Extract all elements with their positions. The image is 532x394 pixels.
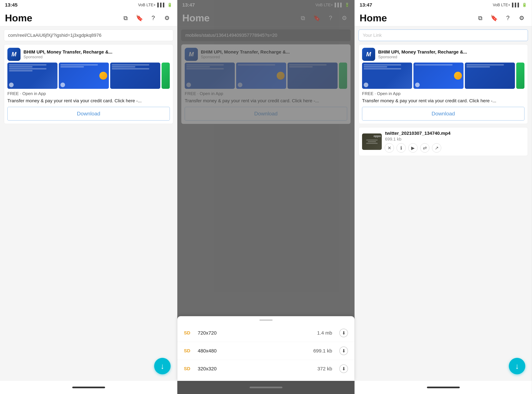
nav-indicator-right xyxy=(427,387,460,388)
sd-badge-0: SD xyxy=(184,330,194,336)
copy-icon-left[interactable]: ⧉ xyxy=(120,13,131,23)
ad-images-right xyxy=(362,62,524,89)
ad-avatar-1 xyxy=(9,83,14,87)
ad-header-right: M BHIM UPI, Money Transfer, Recharge &..… xyxy=(359,45,528,62)
voip-icon: VoB LTE+ xyxy=(138,3,156,7)
page-title-left: Home xyxy=(5,12,32,24)
quality-res-1: 480x480 xyxy=(198,348,309,354)
logo-text-left: M xyxy=(11,51,16,58)
download-icon-0[interactable]: ⬇ xyxy=(339,329,348,337)
close-action-btn[interactable]: ✕ xyxy=(385,143,394,152)
download-icon-1[interactable]: ⬇ xyxy=(339,347,348,355)
play-action-btn[interactable]: ▶ xyxy=(408,143,417,152)
fab-left[interactable]: ↓ xyxy=(154,358,171,374)
ad-image-1-right xyxy=(362,62,412,89)
ad-image-4-right xyxy=(516,62,524,89)
settings-icon-right[interactable]: ⚙ xyxy=(516,13,527,23)
header-left: Home ⧉ 🔖 ? ⚙ xyxy=(0,10,177,26)
quality-row-1[interactable]: SD 480x480 699.1 kb ⬇ xyxy=(177,342,355,360)
download-icon-2[interactable]: ⬇ xyxy=(339,364,348,373)
ad-free-label-right: FREE · Open in App xyxy=(359,91,528,98)
quality-res-0: 720x720 xyxy=(198,330,313,336)
ad-info-left: BHIM UPI, Money Transfer, Recharge &... … xyxy=(23,49,112,59)
quality-size-2: 372 kb xyxy=(317,366,332,372)
file-actions: ✕ ℹ ▶ ⇄ ↗ xyxy=(385,143,524,152)
status-icons-right: VoB LTE+ ▌▌▌ 🔋 xyxy=(493,3,527,7)
file-card-right: oppo twitter_20210307_134740.mp4 699.1 k… xyxy=(359,127,528,156)
voip-icon-right: VoB LTE+ xyxy=(493,3,510,7)
help-icon-left[interactable]: ? xyxy=(148,13,158,23)
bottom-sheet-middle: SD 720x720 1.4 mb ⬇ SD 480x480 699.1 kb … xyxy=(177,316,355,381)
quality-row-0[interactable]: SD 720x720 1.4 mb ⬇ xyxy=(177,324,355,342)
panel-left: 13:45 VoB LTE+ ▌▌▌ 🔋 Home ⧉ 🔖 ? ⚙ com/re… xyxy=(0,0,177,394)
status-bar-right: 13:47 VoB LTE+ ▌▌▌ 🔋 xyxy=(355,0,532,10)
download-button-left[interactable]: Download xyxy=(7,107,170,120)
url-bar-right[interactable]: Your Link xyxy=(359,30,528,41)
oppo-label: oppo xyxy=(374,135,381,138)
file-name: twitter_20210307_134740.mp4 xyxy=(385,131,524,136)
ad-avatar-r2 xyxy=(415,83,420,87)
ad-coin-r xyxy=(454,72,462,80)
info-action-btn[interactable]: ℹ xyxy=(396,143,406,152)
quality-size-0: 1.4 mb xyxy=(317,330,332,336)
ad-description-right: Transfer money & pay your rent via your … xyxy=(359,98,528,107)
fab-right[interactable]: ↓ xyxy=(509,358,525,374)
nav-indicator-left xyxy=(72,387,105,388)
share-action-btn[interactable]: ⇄ xyxy=(420,143,429,152)
file-info: twitter_20210307_134740.mp4 699.1 kb ✕ ℹ… xyxy=(385,131,524,152)
open-action-btn[interactable]: ↗ xyxy=(432,143,441,152)
header-icons-left: ⧉ 🔖 ? ⚙ xyxy=(120,13,172,23)
sd-badge-1: SD xyxy=(184,348,194,353)
header-right: Home ⧉ 🔖 ? ⚙ xyxy=(355,10,532,26)
quality-row-2[interactable]: SD 320x320 372 kb ⬇ xyxy=(177,360,355,378)
ad-images-left xyxy=(7,62,170,89)
download-button-right[interactable]: Download xyxy=(362,107,524,120)
copy-icon-right[interactable]: ⧉ xyxy=(475,13,485,23)
bookmark-icon-right[interactable]: 🔖 xyxy=(489,13,499,23)
nav-bar-left xyxy=(0,381,177,394)
panel-middle: 13:47 VoB LTE+ ▌▌▌ 🔋 Home ⧉ 🔖 ? ⚙ mobile… xyxy=(177,0,355,394)
ad-sponsored-right: Sponsored xyxy=(378,55,467,59)
ad-info-right: BHIM UPI, Money Transfer, Recharge &... … xyxy=(378,49,467,59)
ad-title-left: BHIM UPI, Money Transfer, Recharge &... xyxy=(23,49,112,55)
ad-image-3-left xyxy=(110,62,160,89)
ad-logo-left: M xyxy=(7,48,21,61)
page-title-right: Home xyxy=(360,12,387,24)
signal-icon: ▌▌▌ xyxy=(157,3,166,7)
ad-avatar-2 xyxy=(60,83,65,87)
panel-right: 13:47 VoB LTE+ ▌▌▌ 🔋 Home ⧉ 🔖 ? ⚙ Your L… xyxy=(355,0,532,394)
ad-image-1-left xyxy=(7,62,57,89)
nav-bar-right xyxy=(355,381,532,394)
status-bar-left: 13:45 VoB LTE+ ▌▌▌ 🔋 xyxy=(0,0,177,10)
sheet-handle xyxy=(259,319,273,321)
quality-size-1: 699.1 kb xyxy=(313,348,332,354)
ad-title-right: BHIM UPI, Money Transfer, Recharge &... xyxy=(378,49,467,55)
file-thumbnail: oppo xyxy=(362,134,382,150)
ad-logo-right: M xyxy=(362,48,375,61)
ad-coin xyxy=(99,72,107,80)
header-icons-right: ⧉ 🔖 ? ⚙ xyxy=(475,13,527,23)
sd-badge-2: SD xyxy=(184,366,194,371)
ad-card-right: M BHIM UPI, Money Transfer, Recharge &..… xyxy=(359,44,528,124)
status-icons-left: VoB LTE+ ▌▌▌ 🔋 xyxy=(138,3,172,7)
help-icon-right[interactable]: ? xyxy=(503,13,513,23)
battery-icon: 🔋 xyxy=(167,3,172,7)
ad-avatar-r1 xyxy=(364,83,368,87)
quality-res-2: 320x320 xyxy=(198,366,313,372)
ad-image-3-right xyxy=(465,62,515,89)
ad-image-4-left xyxy=(162,62,170,89)
thumb-line-1 xyxy=(366,140,378,140)
ad-card-left: M BHIM UPI, Money Transfer, Recharge &..… xyxy=(4,44,173,124)
ad-description-left: Transfer money & pay your rent via your … xyxy=(4,98,173,107)
ad-sponsored-left: Sponsored xyxy=(23,55,112,59)
battery-icon-right: 🔋 xyxy=(522,3,527,7)
thumb-line-3 xyxy=(366,143,378,144)
logo-text-right: M xyxy=(366,51,371,58)
url-bar-left[interactable]: com/reel/CLaAiU6jfXj/?igshid=1j3xgdpkq89… xyxy=(4,30,173,41)
time-right: 13:47 xyxy=(360,2,372,8)
bookmark-icon-left[interactable]: 🔖 xyxy=(134,13,145,23)
settings-icon-left[interactable]: ⚙ xyxy=(162,13,172,23)
thumb-text xyxy=(366,140,378,144)
signal-icon-right: ▌▌▌ xyxy=(512,3,520,7)
ad-free-label-left: FREE · Open in App xyxy=(4,91,173,98)
